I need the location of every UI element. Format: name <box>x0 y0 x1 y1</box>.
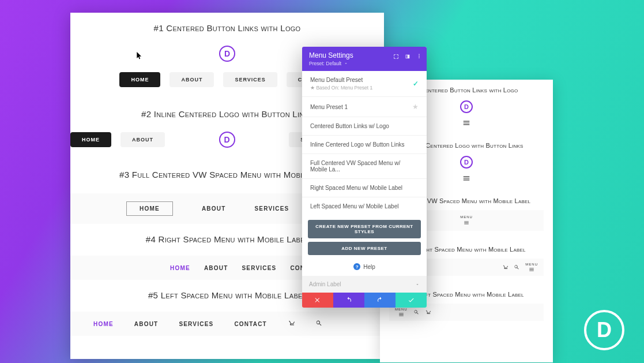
nav-home[interactable]: HOME <box>119 72 160 87</box>
help-link[interactable]: ? Help <box>302 260 427 276</box>
preset-item-2[interactable]: Centered Button Links w/ Logo <box>302 117 427 136</box>
search-icon[interactable] <box>413 309 419 315</box>
nav-services[interactable]: SERVICES <box>242 265 276 271</box>
hamburger-icon <box>529 267 534 272</box>
nav-services[interactable]: SERVICES <box>223 72 277 87</box>
cursor-icon <box>137 52 142 60</box>
nav-about[interactable]: ABOUT <box>170 72 214 87</box>
create-preset-button[interactable]: CREATE NEW PRESET FROM CURRENT STYLES <box>308 220 421 238</box>
undo-button[interactable] <box>333 293 364 308</box>
menu-label: MENU <box>395 308 408 311</box>
cart-icon[interactable] <box>288 320 295 328</box>
divi-watermark-icon: D <box>584 310 624 350</box>
preset-item-6[interactable]: Left Spaced Menu w/ Mobile Label <box>302 197 427 215</box>
cart-icon[interactable] <box>502 264 508 270</box>
preset-item-4[interactable]: Full Centered VW Spaced Menu w/ Mobile L… <box>302 154 427 179</box>
menu-5: HOME ABOUT SERVICES CONTACT <box>70 312 384 336</box>
popup-footer <box>302 293 427 308</box>
more-icon[interactable] <box>416 51 422 62</box>
nav-about[interactable]: ABOUT <box>134 321 159 327</box>
menu-settings-popup: Menu Settings Preset: Default Menu Defau… <box>302 47 427 308</box>
menu-label: MENU <box>460 215 473 219</box>
nav-home[interactable]: HOME <box>70 132 111 147</box>
cancel-button[interactable] <box>302 293 333 308</box>
hamburger-icon <box>398 312 404 317</box>
nav-home[interactable]: HOME <box>93 321 114 327</box>
divi-logo-icon <box>460 100 473 113</box>
divi-logo-icon <box>219 46 235 62</box>
nav-home[interactable]: HOME <box>170 265 190 271</box>
divi-logo-icon <box>460 156 473 169</box>
chevron-down-icon <box>415 282 420 287</box>
hamburger-icon <box>464 220 469 226</box>
nav-contact[interactable]: CONTACT <box>234 321 267 327</box>
preset-item-3[interactable]: Inline Centered Logo w/ Button Links <box>302 136 427 154</box>
nav-about[interactable]: ABOUT <box>120 132 165 147</box>
search-icon[interactable] <box>315 320 322 328</box>
nav-about[interactable]: ABOUT <box>202 205 226 212</box>
preset-item-1[interactable]: Menu Preset 1 ★ <box>302 97 427 117</box>
star-icon[interactable]: ★ <box>412 103 419 111</box>
popup-header[interactable]: Menu Settings Preset: Default <box>302 47 427 71</box>
preset-item-default[interactable]: Menu Default Preset ★ Based On: Menu Pre… <box>302 71 427 97</box>
search-icon[interactable] <box>514 264 519 270</box>
cart-icon[interactable] <box>425 309 431 315</box>
menu-label: MENU <box>525 263 538 266</box>
save-button[interactable] <box>396 293 427 308</box>
chevron-down-icon <box>344 61 348 66</box>
redo-button[interactable] <box>364 293 396 308</box>
nav-services[interactable]: SERVICES <box>179 321 213 327</box>
divi-logo-icon <box>219 132 235 148</box>
nav-home[interactable]: HOME <box>126 201 173 216</box>
nav-about[interactable]: ABOUT <box>204 265 228 271</box>
admin-label-field[interactable]: Admin Label <box>302 276 427 293</box>
add-preset-button[interactable]: ADD NEW PRESET <box>308 242 421 255</box>
help-icon: ? <box>353 263 360 270</box>
check-icon: ✓ <box>413 80 419 88</box>
snap-icon[interactable] <box>405 51 410 62</box>
section-1-title: #1 Centered Button Links with Logo <box>70 23 384 33</box>
preset-dropdown: Menu Default Preset ★ Based On: Menu Pre… <box>302 71 427 276</box>
preset-item-5[interactable]: Right Spaced Menu w/ Mobile Label <box>302 179 427 197</box>
nav-services[interactable]: SERVICES <box>254 205 289 212</box>
expand-icon[interactable] <box>393 51 399 62</box>
